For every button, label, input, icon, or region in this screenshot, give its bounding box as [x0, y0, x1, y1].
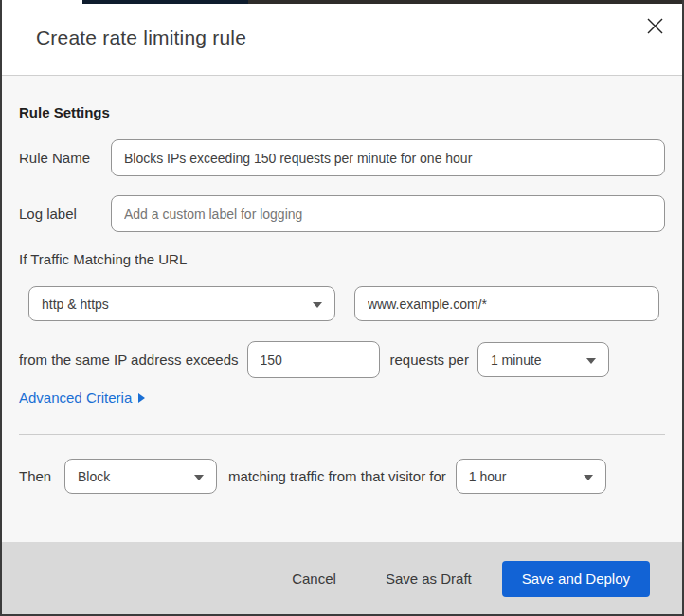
- rule-name-row: Rule Name: [19, 139, 665, 176]
- rule-name-input[interactable]: [111, 139, 665, 176]
- action-middle-text: matching traffic from that visitor for: [228, 468, 446, 484]
- duration-select-value: 1 hour: [469, 469, 507, 484]
- dialog-footer: Cancel Save as Draft Save and Deploy: [2, 542, 682, 615]
- section-divider: [19, 434, 665, 435]
- period-select-value: 1 minute: [491, 353, 542, 368]
- action-select[interactable]: Block: [64, 459, 217, 494]
- rule-settings-heading: Rule Settings: [19, 104, 665, 120]
- period-select[interactable]: 1 minute: [477, 342, 609, 377]
- caret-down-icon: [313, 302, 322, 308]
- threshold-input[interactable]: [247, 341, 380, 378]
- threshold-suffix-text: requests per: [390, 352, 469, 368]
- traffic-match-row: http & https: [19, 286, 665, 321]
- close-icon: [646, 17, 664, 38]
- advanced-criteria-link[interactable]: Advanced Criteria: [19, 390, 145, 406]
- close-button[interactable]: [642, 15, 667, 40]
- traffic-match-heading: If Traffic Matching the URL: [19, 251, 665, 267]
- cancel-button[interactable]: Cancel: [288, 563, 340, 594]
- page-title: Create rate limiting rule: [36, 27, 246, 49]
- action-select-value: Block: [78, 469, 110, 484]
- advanced-criteria-label: Advanced Criteria: [19, 390, 132, 406]
- threshold-prefix-text: from the same IP address exceeds: [19, 352, 239, 368]
- create-rate-limiting-rule-dialog: Create rate limiting rule Rule Settings …: [0, 0, 684, 616]
- caret-down-icon: [194, 475, 204, 480]
- scheme-select[interactable]: http & https: [28, 286, 335, 321]
- threshold-row: from the same IP address exceeds request…: [19, 341, 665, 378]
- arrow-right-icon: [138, 393, 145, 403]
- rule-name-label: Rule Name: [19, 150, 111, 166]
- log-label-row: Log label: [19, 195, 665, 232]
- save-and-deploy-button[interactable]: Save and Deploy: [502, 561, 650, 597]
- dialog-header: Create rate limiting rule: [2, 0, 682, 76]
- top-edge-artifact-charcoal: [248, 0, 684, 4]
- log-label-input[interactable]: [111, 195, 665, 232]
- scheme-select-value: http & https: [42, 297, 109, 312]
- log-label-label: Log label: [19, 206, 111, 222]
- dialog-body: Rule Settings Rule Name Log label If Tra…: [2, 76, 682, 542]
- caret-down-icon: [586, 358, 596, 364]
- caret-down-icon: [584, 475, 593, 480]
- then-label: Then: [19, 468, 64, 484]
- url-input[interactable]: [354, 286, 659, 321]
- save-as-draft-button[interactable]: Save as Draft: [382, 563, 476, 594]
- action-row: Then Block matching traffic from that vi…: [19, 459, 665, 494]
- top-edge-artifact-navy: [82, 0, 248, 4]
- duration-select[interactable]: 1 hour: [456, 459, 606, 494]
